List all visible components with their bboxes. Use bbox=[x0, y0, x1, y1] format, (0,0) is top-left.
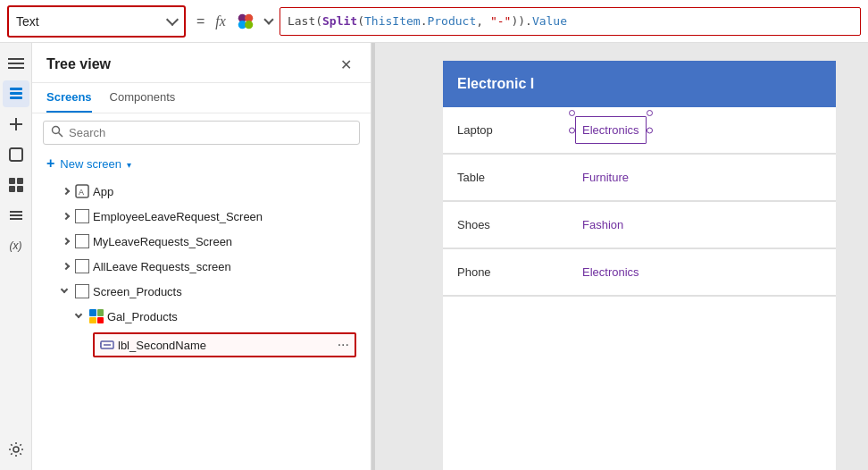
cell-laptop: Laptop bbox=[443, 123, 568, 137]
employee-leave-label: EmployeeLeaveRequest_Screen bbox=[93, 210, 263, 223]
canvas-area: Electronic I Laptop Electronics bbox=[375, 43, 868, 470]
new-screen-dropdown-icon[interactable]: ▾ bbox=[127, 160, 131, 170]
tree-item-app[interactable]: A App bbox=[32, 179, 371, 204]
gal-products-label: Gal_Products bbox=[107, 310, 178, 323]
svg-point-3 bbox=[245, 21, 253, 29]
expand-arrow-4[interactable] bbox=[57, 284, 71, 298]
close-button[interactable]: ✕ bbox=[335, 54, 356, 75]
app-icon: A bbox=[75, 184, 89, 198]
tree-title: Tree view bbox=[46, 56, 111, 72]
app-canvas: Electronic I Laptop Electronics bbox=[443, 61, 836, 470]
cell-table: Table bbox=[443, 171, 568, 184]
allleave-label: AllLeave Requests_screen bbox=[93, 260, 231, 273]
sidebar-grid[interactable] bbox=[3, 172, 29, 198]
tree-item-screen-products[interactable]: Screen_Products bbox=[32, 279, 371, 304]
plus-icon: + bbox=[46, 155, 54, 172]
sidebar-box[interactable] bbox=[3, 141, 29, 168]
top-bar: Text = fx Last(Split(ThisItem.Product, "… bbox=[0, 0, 868, 43]
text-selector[interactable]: Text bbox=[7, 5, 186, 38]
expand-arrow-5[interactable] bbox=[71, 309, 86, 323]
svg-rect-7 bbox=[10, 88, 22, 90]
cell-phone: Phone bbox=[443, 265, 568, 279]
svg-rect-12 bbox=[10, 148, 22, 161]
handle-mr[interactable] bbox=[647, 127, 653, 133]
svg-rect-11 bbox=[10, 123, 22, 125]
icon-sidebar: (x) bbox=[0, 43, 32, 470]
sidebar-layers[interactable] bbox=[3, 80, 29, 107]
search-box[interactable] bbox=[43, 121, 360, 145]
table-header: Electronic I bbox=[443, 61, 836, 107]
svg-rect-5 bbox=[8, 63, 24, 64]
expand-arrow-app[interactable] bbox=[57, 184, 71, 198]
expand-arrow-3[interactable] bbox=[57, 259, 71, 273]
screen-icon-1 bbox=[75, 209, 89, 223]
tree-item-lbl-secondname[interactable]: lbl_SecondName ··· bbox=[93, 332, 356, 357]
cell-electronics-selected: Electronics bbox=[568, 123, 836, 137]
svg-point-21 bbox=[53, 127, 60, 134]
svg-rect-16 bbox=[17, 186, 23, 192]
table-row-3: Phone Electronics bbox=[443, 249, 836, 296]
text-selector-label: Text bbox=[16, 14, 161, 29]
handle-tr[interactable] bbox=[647, 110, 653, 116]
svg-rect-13 bbox=[9, 178, 15, 184]
powerapps-icon[interactable] bbox=[233, 9, 258, 34]
cell-electronics-2: Electronics bbox=[568, 265, 836, 279]
main-area: (x) Tree view ✕ Screens Components + New… bbox=[0, 43, 868, 470]
svg-rect-15 bbox=[9, 186, 15, 192]
table-row-1: Table Furniture bbox=[443, 155, 836, 201]
myleave-label: MyLeaveRequests_Screen bbox=[93, 235, 232, 248]
table-row-0: Laptop Electronics bbox=[443, 107, 836, 154]
tree-panel: Tree view ✕ Screens Components + New scr… bbox=[32, 43, 371, 470]
tree-item-myleave[interactable]: MyLeaveRequests_Screen bbox=[32, 229, 371, 254]
three-dots-button[interactable]: ··· bbox=[338, 337, 349, 353]
screen-icon-2 bbox=[75, 234, 89, 248]
tab-screens[interactable]: Screens bbox=[46, 83, 92, 113]
svg-rect-6 bbox=[8, 67, 24, 69]
sidebar-hamburger[interactable] bbox=[3, 50, 29, 77]
table-row-2: Shoes Fashion bbox=[443, 202, 836, 248]
formula-text: Last(Split(ThisItem.Product, "-")).Value bbox=[288, 14, 567, 28]
svg-rect-8 bbox=[10, 92, 22, 95]
tab-components[interactable]: Components bbox=[110, 83, 176, 113]
svg-rect-4 bbox=[8, 58, 24, 60]
tree-item-gal-products[interactable]: Gal_Products bbox=[32, 304, 371, 329]
selection-border bbox=[575, 116, 647, 144]
sidebar-add[interactable] bbox=[3, 111, 29, 138]
svg-line-22 bbox=[59, 133, 63, 138]
tree-items: A App EmployeeLeaveRequest_Screen MyLeav… bbox=[32, 179, 371, 470]
label-icon bbox=[100, 338, 114, 352]
expand-arrow-2[interactable] bbox=[57, 234, 71, 248]
formula-bar[interactable]: Last(Split(ThisItem.Product, "-")).Value bbox=[280, 7, 861, 36]
tree-header: Tree view ✕ bbox=[32, 43, 371, 83]
chevron-down-icon bbox=[166, 13, 179, 25]
sidebar-lines[interactable] bbox=[3, 202, 29, 229]
tree-item-employee-leave[interactable]: EmployeeLeaveRequest_Screen bbox=[32, 204, 371, 229]
canvas-table: Electronic I Laptop Electronics bbox=[443, 61, 836, 343]
tree-item-allleave[interactable]: AllLeave Requests_screen bbox=[32, 254, 371, 279]
app-label: App bbox=[93, 185, 113, 198]
screen-icon-4 bbox=[75, 284, 89, 298]
table-row-empty bbox=[443, 297, 836, 343]
equals-sign: = bbox=[193, 13, 208, 29]
selected-cell-electronics[interactable]: Electronics bbox=[582, 123, 639, 137]
handle-tl[interactable] bbox=[569, 110, 575, 116]
svg-point-20 bbox=[13, 447, 19, 452]
screen-icon-3 bbox=[75, 259, 89, 273]
fx-icon: fx bbox=[215, 13, 226, 29]
gallery-icon bbox=[89, 309, 104, 323]
svg-text:A: A bbox=[79, 188, 84, 197]
table-header-text: Electronic I bbox=[457, 76, 534, 92]
svg-rect-9 bbox=[10, 97, 22, 99]
cell-furniture: Furniture bbox=[568, 171, 836, 184]
cell-shoes: Shoes bbox=[443, 218, 568, 231]
lbl-secondname-label: lbl_SecondName bbox=[118, 339, 206, 352]
sidebar-variables[interactable]: (x) bbox=[3, 232, 29, 259]
lbl-secondname-container: lbl_SecondName ··· bbox=[32, 329, 371, 361]
powerapps-dropdown-icon[interactable] bbox=[263, 14, 273, 24]
sidebar-settings[interactable] bbox=[3, 436, 29, 463]
svg-rect-14 bbox=[17, 178, 23, 184]
handle-ml[interactable] bbox=[569, 127, 575, 133]
search-input[interactable] bbox=[69, 126, 352, 139]
new-screen-button[interactable]: + New screen ▾ bbox=[32, 152, 371, 175]
expand-arrow-1[interactable] bbox=[57, 209, 71, 223]
